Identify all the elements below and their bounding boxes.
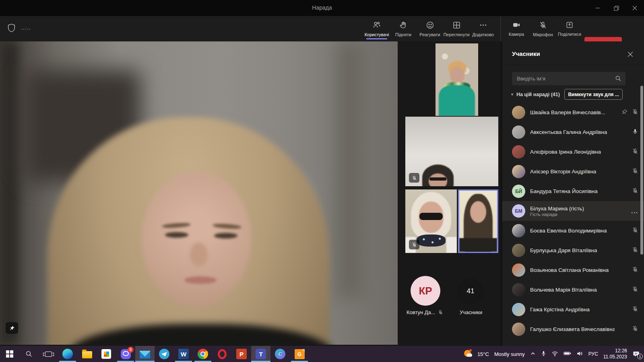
participants-count-label: Учасники [460, 309, 482, 315]
toolbar-tabs: КористувачіПіднятиРеагуватиПереглянутиДо… [363, 16, 496, 41]
pinned-indicator-button[interactable] [6, 322, 18, 334]
mic-off-icon[interactable] [632, 148, 638, 156]
mic-off-icon[interactable] [632, 168, 638, 176]
pin-icon [9, 325, 15, 331]
tray-chevron-up-icon[interactable] [530, 351, 536, 357]
participant-video-tile[interactable] [436, 43, 478, 116]
search-icon [615, 75, 621, 83]
title-bar: Нарада [0, 0, 644, 16]
opera-taskbar-button[interactable] [213, 346, 232, 362]
overflow-participant-avatar[interactable]: КР [411, 276, 440, 306]
participant-row[interactable]: Возьянова Світлана Романівна [502, 260, 644, 280]
in-meeting-section-header[interactable]: ▼ На цій нараді (41) [510, 92, 560, 97]
toolbar-tab-додатково[interactable]: Додатково [470, 16, 496, 41]
mail-taskbar-button[interactable] [135, 346, 155, 362]
participant-video-tile[interactable] [405, 189, 457, 253]
teams-taskbar-button[interactable]: T [251, 346, 270, 362]
mic-off-icon[interactable] [632, 109, 638, 117]
panel-scrollbar[interactable] [640, 86, 643, 255]
task-view-taskbar-button[interactable] [39, 346, 58, 362]
notification-center-button[interactable]: 1 [632, 351, 640, 358]
microsoft-store-taskbar-button[interactable] [97, 346, 116, 362]
start-taskbar-button[interactable] [0, 346, 19, 362]
tray-volume-icon[interactable] [576, 351, 583, 358]
mic-off-icon[interactable] [632, 247, 638, 255]
tray-battery-icon[interactable] [564, 351, 571, 357]
micoff-toggle-button[interactable]: Мікрофон [530, 16, 556, 41]
toolbar-tab-переглянути[interactable]: Переглянути [443, 16, 470, 41]
weather-condition[interactable]: Mostly sunny [494, 351, 525, 357]
participant-row[interactable]: Алєфірова Ірина Леонідівна [502, 142, 644, 162]
mail-icon [140, 351, 150, 358]
participant-avatar [512, 303, 525, 316]
edge-taskbar-button[interactable] [58, 346, 77, 362]
tray-mic-icon[interactable] [541, 350, 546, 358]
canva-taskbar-button[interactable]: C [270, 346, 290, 362]
meeting-stage: КР 41 Ковтун Да... Учасники Учасники ▼ [0, 41, 644, 346]
minimize-icon [595, 6, 600, 10]
mute-all-button[interactable]: Вимкнути звук для ... [564, 89, 623, 100]
device-label: Камера [509, 32, 524, 37]
file-explorer-taskbar-button[interactable] [77, 346, 97, 362]
language-indicator[interactable]: РУС [588, 351, 598, 357]
pdf-app-taskbar-button[interactable]: G [290, 346, 309, 362]
participant-row[interactable]: Боєва Евеліна Володимирівна [502, 221, 644, 241]
search-taskbar-button[interactable] [19, 346, 39, 362]
notification-count-badge: 1 [637, 354, 643, 359]
mic-off-icon[interactable] [632, 286, 638, 294]
participant-row[interactable]: Галушко Єлизавета Вячеславівна [502, 319, 644, 339]
participant-row[interactable]: Авксентьєва Галина Андріївна [502, 122, 644, 142]
participant-row[interactable]: Гажа Крістіна Андріївна [502, 300, 644, 319]
share-toggle-button[interactable]: Поділитися [556, 16, 583, 41]
weather-icon[interactable] [464, 350, 472, 358]
viber-taskbar-button[interactable]: 8 [116, 346, 135, 362]
toolbar-tab-реагувати[interactable]: Реагувати [417, 16, 443, 41]
weather-temperature[interactable]: 15°C [477, 351, 489, 357]
participant-row[interactable]: БЙБандура Тетяна Йосипівна [502, 181, 644, 201]
mic-off-icon[interactable] [632, 266, 638, 274]
participant-count-badge[interactable]: 41 [457, 278, 484, 304]
toolbar-tab-користувачі[interactable]: Користувачі [363, 16, 390, 41]
mic-off-icon[interactable] [632, 187, 638, 195]
window-title: Нарада [0, 4, 644, 11]
main-video-tile[interactable] [0, 41, 398, 345]
close-panel-button[interactable] [625, 49, 636, 60]
file-explorer-icon [82, 351, 92, 358]
more-options-icon[interactable]: ... [631, 208, 638, 214]
unread-badge: 8 [128, 347, 134, 353]
search-input[interactable] [517, 72, 609, 85]
chrome-taskbar-button[interactable] [193, 346, 213, 362]
participant-video-tile[interactable] [405, 117, 498, 186]
tab-label: Переглянути [443, 32, 469, 37]
mic-on-icon[interactable] [632, 128, 638, 136]
mic-off-icon[interactable] [632, 306, 638, 314]
pin-icon[interactable] [621, 109, 628, 117]
close-icon [627, 51, 633, 57]
participant-row[interactable]: Вольчева Марія Віталіївна [502, 280, 644, 300]
clock[interactable]: 12:26 11.05.2023 [603, 348, 627, 360]
toolbar-tab-підняти[interactable]: Підняти [390, 16, 417, 41]
mic-off-icon[interactable] [632, 227, 638, 235]
telegram-icon [159, 349, 169, 359]
active-speaker-video-tile[interactable] [458, 189, 498, 253]
participant-row[interactable]: Швайка Валерія Вячеславів... [502, 103, 644, 122]
restore-icon [614, 6, 619, 11]
mic-off-icon[interactable] [632, 325, 638, 333]
participant-row[interactable]: БМБілуха Марина (гість)Гість наради... [502, 201, 644, 221]
pdf-app-icon: G [295, 349, 305, 359]
restore-button[interactable] [607, 0, 625, 16]
overflow-participant-name: Ковтун Да... [407, 309, 436, 315]
tray-wifi-icon[interactable] [551, 351, 558, 358]
close-icon [632, 6, 637, 10]
telegram-taskbar-button[interactable] [155, 346, 174, 362]
camera-toggle-button[interactable]: Камера [503, 16, 530, 41]
close-window-button[interactable] [625, 0, 644, 16]
participant-row[interactable]: Бурлуцька Даря Віталіївна [502, 241, 644, 260]
participant-name: Бандура Тетяна Йосипівна [530, 188, 598, 194]
windows-taskbar: 8WPTCG 15°C Mostly sunny РУС 12:26 11.05… [0, 346, 644, 362]
minimize-button[interactable] [588, 0, 607, 16]
muted-mic-overlay [409, 240, 419, 249]
word-taskbar-button[interactable]: W [174, 346, 193, 362]
participant-row[interactable]: Ахієзер Вікторія Андріївна [502, 162, 644, 181]
powerpoint-taskbar-button[interactable]: P [232, 346, 251, 362]
